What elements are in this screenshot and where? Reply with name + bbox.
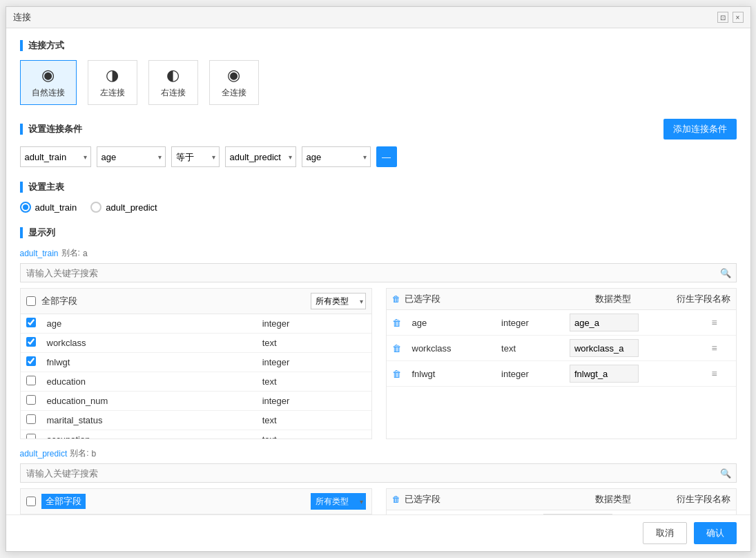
- train-occupation-name: occupation: [41, 430, 257, 439]
- predict-alias-label: 别名:: [70, 448, 88, 459]
- radio-label-train: adult_train: [35, 202, 77, 213]
- table-row: education_num integer: [21, 392, 371, 411]
- right-join-icon: ◐: [166, 66, 180, 84]
- join-type-left[interactable]: ◑ 左连接: [88, 60, 137, 105]
- predict-type-filter[interactable]: 所有类型 integer text: [311, 493, 366, 510]
- train-selected-scroll: 🗑 age integer ≡ 🗑 workclass text: [387, 310, 736, 387]
- train-search-input[interactable]: [20, 263, 737, 282]
- table-row: 🗑 workclass text ≡: [387, 336, 736, 361]
- close-button[interactable]: ×: [733, 12, 744, 23]
- full-join-label: 全连接: [222, 87, 246, 99]
- train-alias-value: a: [83, 249, 88, 258]
- right-table-select[interactable]: adult_predict adult_train: [225, 146, 296, 167]
- join-type-full[interactable]: ◉ 全连接: [209, 60, 259, 105]
- train-table-link[interactable]: adult_train: [20, 249, 59, 258]
- table-row: 🗑 age integer ≡: [387, 310, 736, 336]
- table-row: age integer: [21, 314, 371, 334]
- train-fnlwgt-menu-icon[interactable]: ≡: [712, 368, 717, 379]
- train-workclass-checkbox[interactable]: [26, 337, 36, 347]
- train-education-num-checkbox[interactable]: [26, 395, 36, 405]
- train-left-panel: 全部字段 所有类型 integer text: [20, 288, 372, 439]
- predict-type-filter-wrapper: 所有类型 integer text: [311, 493, 366, 510]
- train-data-type-header: 数据类型: [595, 293, 631, 305]
- left-table-select[interactable]: adult_train adult_predict: [20, 146, 91, 167]
- train-all-checkbox[interactable]: [26, 296, 36, 306]
- train-education-checkbox[interactable]: [26, 376, 36, 385]
- predict-table-link[interactable]: adult_predict: [20, 449, 68, 459]
- remove-condition-button[interactable]: —: [376, 146, 397, 167]
- predict-derived-header: 衍生字段名称: [677, 493, 730, 506]
- cancel-button[interactable]: 取消: [643, 522, 687, 544]
- train-search-icon: 🔍: [720, 268, 731, 278]
- train-workclass-name: workclass: [41, 334, 257, 353]
- left-col-wrapper: age workclass fnlwgt: [97, 146, 166, 167]
- predict-search-icon: 🔍: [720, 468, 731, 479]
- train-type-filter[interactable]: 所有类型 integer text: [311, 293, 366, 309]
- left-col-select[interactable]: age workclass fnlwgt: [97, 146, 166, 167]
- train-marital-type: text: [257, 411, 371, 430]
- train-table-tag: adult_train 别名: a: [20, 247, 88, 259]
- train-workclass-menu-icon[interactable]: ≡: [712, 343, 717, 354]
- predict-search-input[interactable]: [20, 463, 737, 483]
- train-fnlwgt-checkbox[interactable]: [26, 356, 36, 366]
- operator-wrapper: 等于 不等于 大于 小于: [171, 146, 220, 167]
- train-age-checkbox[interactable]: [26, 318, 36, 327]
- right-col-wrapper: age workclass fnlwgt: [302, 146, 371, 167]
- train-age-del-icon[interactable]: 🗑: [392, 318, 401, 328]
- titlebar: 连接 ⊡ ×: [6, 7, 750, 28]
- join-types-group: ◉ 自然连接 ◑ 左连接 ◐ 右连接 ◉ 全连接: [20, 60, 737, 105]
- confirm-button[interactable]: 确认: [694, 522, 737, 544]
- join-section-header: 连接方式: [20, 39, 737, 52]
- dialog-body: 连接方式 ◉ 自然连接 ◑ 左连接 ◐ 右连接 ◉ 全连接: [6, 28, 750, 514]
- train-sel-workclass-type: text: [496, 336, 564, 361]
- restore-button[interactable]: ⊡: [717, 12, 728, 23]
- train-education-type: text: [257, 372, 371, 392]
- radio-adult-train[interactable]: adult_train: [20, 202, 77, 213]
- train-sel-age-name: age: [407, 310, 496, 336]
- left-join-label: 左连接: [100, 87, 125, 99]
- left-join-icon: ◑: [106, 66, 119, 84]
- display-section-header: 显示列: [20, 227, 737, 239]
- table-row: workclass text: [21, 334, 371, 353]
- join-dialog: 连接 ⊡ × 连接方式 ◉ 自然连接 ◑ 左连接 ◐ 右连接: [6, 6, 751, 552]
- train-workclass-del-icon[interactable]: 🗑: [392, 343, 401, 354]
- join-type-right[interactable]: ◐ 右连接: [148, 60, 198, 105]
- predict-panel-header: 全部字段 所有类型 integer text: [21, 489, 371, 514]
- predict-all-checkbox[interactable]: [26, 497, 36, 506]
- train-sel-fnlwgt-name: fnlwgt: [407, 361, 496, 387]
- right-col-select[interactable]: age workclass fnlwgt: [302, 146, 371, 167]
- section-bar-display: [20, 227, 23, 238]
- train-marital-name: marital_status: [41, 411, 257, 430]
- train-fields-table: age integer workclass text: [21, 314, 371, 439]
- train-age-derived-input[interactable]: [570, 314, 639, 331]
- train-occupation-type: text: [257, 430, 371, 439]
- train-fnlwgt-del-icon[interactable]: 🗑: [392, 369, 401, 379]
- train-workclass-derived-input[interactable]: [570, 339, 639, 357]
- train-age-menu-icon[interactable]: ≡: [712, 317, 717, 328]
- section-bar-condition: [20, 124, 23, 135]
- join-type-natural[interactable]: ◉ 自然连接: [20, 60, 77, 105]
- train-search-wrapper: 🔍: [20, 263, 737, 282]
- train-fnlwgt-derived-input[interactable]: [570, 365, 639, 383]
- train-marital-checkbox[interactable]: [26, 414, 36, 424]
- train-selected-cols-label: 已选字段: [405, 293, 440, 305]
- titlebar-buttons: ⊡ ×: [717, 12, 744, 23]
- minus-icon: —: [382, 152, 391, 162]
- train-selected-icon: 🗑: [392, 294, 400, 304]
- train-age-type: integer: [257, 314, 371, 334]
- natural-join-icon: ◉: [41, 66, 55, 84]
- natural-join-label: 自然连接: [32, 87, 65, 99]
- radio-dot-train: [23, 204, 28, 210]
- add-condition-button[interactable]: 添加连接条件: [663, 119, 737, 140]
- train-fnlwgt-name: fnlwgt: [41, 353, 257, 372]
- train-fields-scroll: age integer workclass text: [21, 314, 371, 439]
- radio-adult-predict[interactable]: adult_predict: [90, 202, 157, 213]
- operator-select[interactable]: 等于 不等于 大于 小于: [171, 146, 220, 167]
- train-type-filter-wrapper: 所有类型 integer text: [311, 293, 366, 309]
- train-workclass-type: text: [257, 334, 371, 353]
- right-join-label: 右连接: [161, 87, 186, 99]
- train-occupation-checkbox[interactable]: [26, 434, 36, 439]
- join-section-title: 连接方式: [28, 39, 64, 52]
- train-selected-table: 🗑 age integer ≡ 🗑 workclass text: [387, 310, 736, 387]
- predict-selected-header: 🗑 已选字段 数据类型 衍生字段名称: [387, 489, 736, 510]
